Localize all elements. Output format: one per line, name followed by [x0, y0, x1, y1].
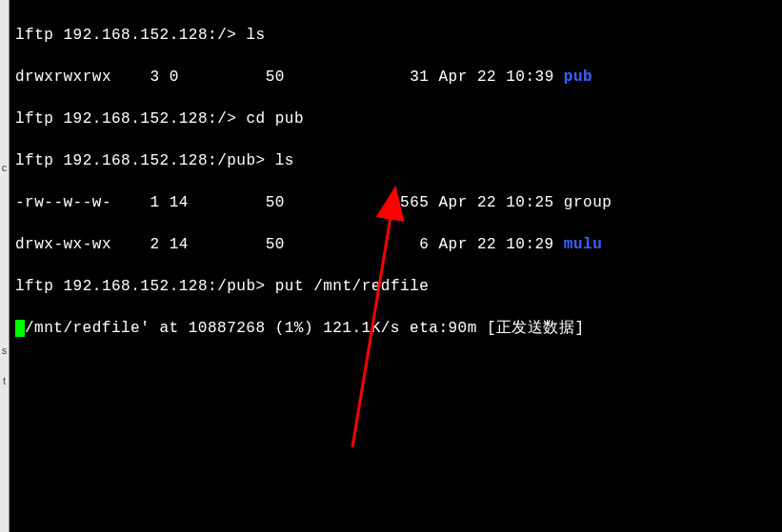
group: 50 [266, 194, 285, 211]
owner: 14 [170, 236, 189, 253]
terminal-line: lftp 192.168.152.128:/pub> ls [15, 150, 776, 171]
size: 31 [410, 69, 429, 86]
transfer-eta: eta:90m [400, 320, 487, 337]
links: 2 [150, 236, 159, 253]
terminal-line: lftp 192.168.152.128:/pub> put /mnt/redf… [15, 276, 776, 297]
transfer-speed: 121.1K/s [323, 320, 400, 337]
prompt: lftp 192.168.152.128:/pub> [15, 278, 275, 295]
transfer-progress-line: /mnt/redfile' at 10887268 (1%) 121.1K/s … [15, 318, 776, 339]
transfer-path: /mnt/redfile' at [25, 320, 189, 337]
prompt: lftp 192.168.152.128:/> [15, 110, 246, 128]
dir-name: pub [564, 69, 592, 86]
transfer-status: [正发送数据] [487, 320, 585, 337]
gutter-char: s [0, 345, 9, 356]
terminal-output[interactable]: lftp 192.168.152.128:/> ls drwxrwxrwx 3 … [10, 0, 782, 532]
command-text: ls [275, 152, 294, 169]
command-text: ls [246, 27, 265, 44]
ls-row: -rw--w--w- 1 14 50 565 Apr 22 10:25 grou… [15, 192, 776, 213]
command-text: cd pub [246, 110, 304, 128]
prompt: lftp 192.168.152.128:/pub> [15, 152, 275, 169]
date: Apr 22 10:29 [439, 236, 554, 253]
date: Apr 22 10:39 [439, 69, 554, 86]
ls-row: drwx-wx-wx 2 14 50 6 Apr 22 10:29 mulu [15, 234, 776, 255]
command-text: put /mnt/redfile [275, 278, 430, 295]
gutter-char: t [0, 375, 9, 386]
transfer-bytes: 10887268 [189, 320, 266, 337]
size: 565 [400, 194, 429, 211]
size: 6 [419, 236, 429, 253]
links: 3 [150, 69, 159, 86]
cursor-icon [15, 320, 25, 337]
group: 50 [266, 236, 285, 253]
terminal-line: lftp 192.168.152.128:/> cd pub [15, 108, 776, 129]
date: Apr 22 10:25 [439, 194, 554, 211]
prompt: lftp 192.168.152.128:/> [15, 27, 246, 44]
transfer-percent: (1%) [266, 320, 324, 337]
group: 50 [266, 69, 285, 86]
owner: 0 [170, 69, 179, 86]
editor-gutter: c s t [0, 0, 10, 532]
terminal-line: lftp 192.168.152.128:/> ls [15, 25, 776, 46]
permissions: -rw--w--w- [15, 194, 111, 211]
file-name: group [564, 194, 612, 211]
dir-name: mulu [564, 236, 602, 253]
permissions: drwxrwxrwx [15, 69, 111, 86]
links: 1 [150, 194, 159, 211]
ls-row: drwxrwxrwx 3 0 50 31 Apr 22 10:39 pub [15, 67, 776, 88]
owner: 14 [170, 194, 189, 211]
permissions: drwx-wx-wx [15, 236, 111, 253]
gutter-char: c [0, 162, 9, 173]
